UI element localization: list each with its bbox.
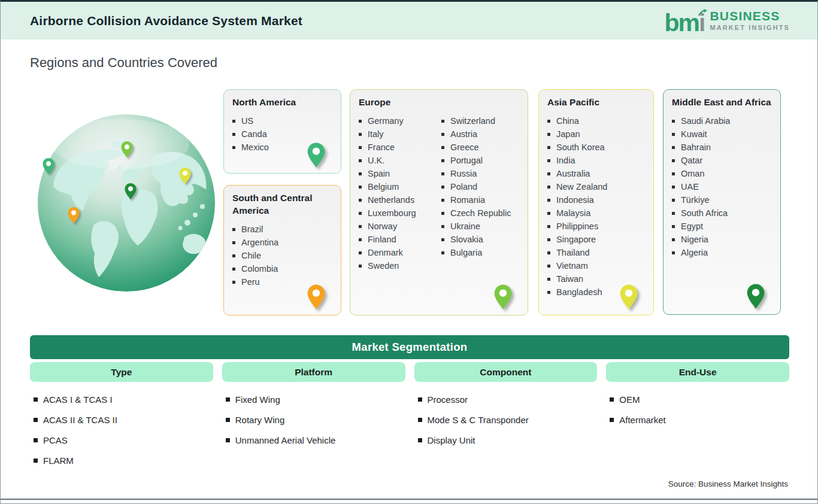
country-item: Indonesia (547, 193, 645, 207)
bullet-square-icon (34, 397, 38, 402)
country-item: Denmark (359, 246, 437, 259)
seg-header-pill: Platform (222, 362, 405, 382)
seg-item: PCAS (34, 435, 213, 445)
country-item: Greece (441, 141, 519, 154)
globe-pin-europe (120, 141, 134, 159)
bullet-square-icon (226, 438, 230, 442)
country-item: US (232, 114, 332, 127)
country-list: SwitzerlandAustriaGreecePortugalRussiaPo… (441, 114, 519, 272)
country-item: China (547, 114, 645, 127)
bmi-logo-mark: bmi (665, 8, 705, 33)
bullet-square-icon (232, 228, 235, 231)
country-item: South Korea (547, 141, 645, 154)
seg-column-component: ComponentProcessorMode S & C Transponder… (414, 362, 598, 476)
region-card-asia-pacific: Asia PacificChinaJapanSouth KoreaIndiaAu… (538, 89, 654, 315)
region-card-south-and-central-america: South and Central AmericaBrazilArgentina… (223, 185, 341, 315)
bullet-square-icon (359, 133, 362, 136)
country-item: Austria (441, 127, 519, 141)
bullet-square-icon (547, 212, 550, 215)
bullet-square-icon (547, 199, 550, 202)
bullet-square-icon (359, 159, 362, 162)
logo-line2: MARKET INSIGHTS (710, 24, 790, 31)
seg-column-end-use: End-UseOEMAftermarket (606, 362, 789, 476)
country-item: Colombia (232, 262, 332, 275)
country-columns: ChinaJapanSouth KoreaIndiaAustraliaNew Z… (547, 114, 645, 299)
bullet-square-icon (547, 225, 550, 228)
location-pin-icon (42, 157, 55, 176)
bullet-square-icon (359, 212, 362, 215)
bullet-square-icon (547, 265, 550, 268)
bullet-square-icon (441, 172, 444, 175)
country-item: India (547, 154, 645, 167)
bullet-square-icon (672, 159, 675, 162)
region-title: Middle East and Africa (672, 96, 772, 109)
bullet-square-icon (359, 225, 362, 228)
region-title: Asia Pacific (547, 96, 645, 109)
bullet-square-icon (547, 291, 550, 294)
country-item: Vietnam (547, 259, 645, 272)
logo-wordmark: BUSINESS MARKET INSIGHTS (710, 10, 790, 31)
country-item: Italy (359, 127, 437, 141)
bullet-square-icon (232, 241, 235, 244)
page-title: Airborne Collision Avoidance System Mark… (30, 14, 302, 28)
bullet-square-icon (547, 159, 550, 162)
location-pin-icon (306, 142, 326, 170)
country-item: Netherlands (359, 193, 437, 207)
region-title: South and Central America (232, 192, 332, 217)
logo-arrow-icon (698, 8, 708, 16)
bullet-square-icon (359, 172, 362, 175)
bullet-square-icon (232, 133, 235, 136)
country-item: Chile (232, 249, 332, 262)
bullet-square-icon (672, 251, 675, 254)
seg-item-list: ACAS I & TCAS IACAS II & TCAS IIPCASFLAR… (34, 394, 213, 466)
country-item: Canda (232, 127, 332, 141)
bullet-square-icon (547, 251, 550, 254)
country-list: GermanyItalyFranceU.K.SpainBelgiumNether… (359, 114, 437, 272)
segmentation-columns: TypeACAS I & TCAS IACAS II & TCAS IIPCAS… (30, 362, 789, 476)
bullet-square-icon (232, 146, 235, 149)
country-item: France (359, 141, 437, 154)
bullet-square-icon (672, 120, 675, 123)
bullet-square-icon (672, 225, 675, 228)
seg-item-list: ProcessorMode S & C TransponderDisplay U… (418, 394, 598, 445)
region-card-europe: EuropeGermanyItalyFranceU.K.SpainBelgium… (350, 89, 528, 315)
bottom-border (1, 499, 817, 504)
bullet-square-icon (359, 238, 362, 241)
country-item: Egypt (672, 220, 772, 233)
bullet-square-icon (672, 186, 675, 189)
bullet-square-icon (441, 120, 444, 123)
country-item: Kuwait (672, 127, 772, 141)
country-item: U.K. (359, 154, 437, 167)
country-item: Nigeria (672, 233, 772, 246)
bullet-square-icon (359, 251, 362, 254)
country-item: Malaysia (547, 207, 645, 220)
bullet-square-icon (359, 265, 362, 268)
seg-item: Fixed Wing (226, 394, 405, 405)
seg-column-type: TypeACAS I & TCAS IACAS II & TCAS IIPCAS… (30, 362, 213, 476)
seg-item: OEM (610, 394, 789, 405)
bullet-square-icon (610, 397, 614, 402)
seg-item: Display Unit (418, 435, 598, 445)
country-list: ChinaJapanSouth KoreaIndiaAustraliaNew Z… (547, 114, 645, 299)
country-item: Qatar (672, 154, 772, 167)
seg-item-list: OEMAftermarket (610, 394, 789, 425)
bullet-square-icon (232, 120, 235, 123)
bullet-square-icon (359, 146, 362, 149)
country-list: BrazilArgentinaChileColombiaPeru (232, 223, 332, 289)
bullet-square-icon (34, 418, 38, 422)
seg-item: Unmanned Aerial Vehicle (226, 435, 405, 445)
bullet-square-icon (672, 199, 675, 202)
country-item: Romania (441, 193, 519, 207)
location-pin-icon (306, 284, 326, 312)
country-item: Sweden (359, 259, 437, 272)
seg-header-pill: End-Use (606, 362, 789, 382)
bullet-square-icon (672, 146, 675, 149)
country-item: Poland (441, 180, 519, 193)
country-item: Norway (359, 220, 437, 233)
region-card-middle-east-and-africa: Middle East and AfricaSaudi ArabiaKuwait… (663, 89, 781, 315)
seg-item: Aftermarket (610, 415, 789, 425)
bmi-mark-green: bm (665, 9, 699, 37)
seg-header-pill: Type (30, 362, 213, 382)
region-card-north-america: North AmericaUSCandaMexico (223, 89, 341, 174)
country-item: Philippines (547, 220, 645, 233)
